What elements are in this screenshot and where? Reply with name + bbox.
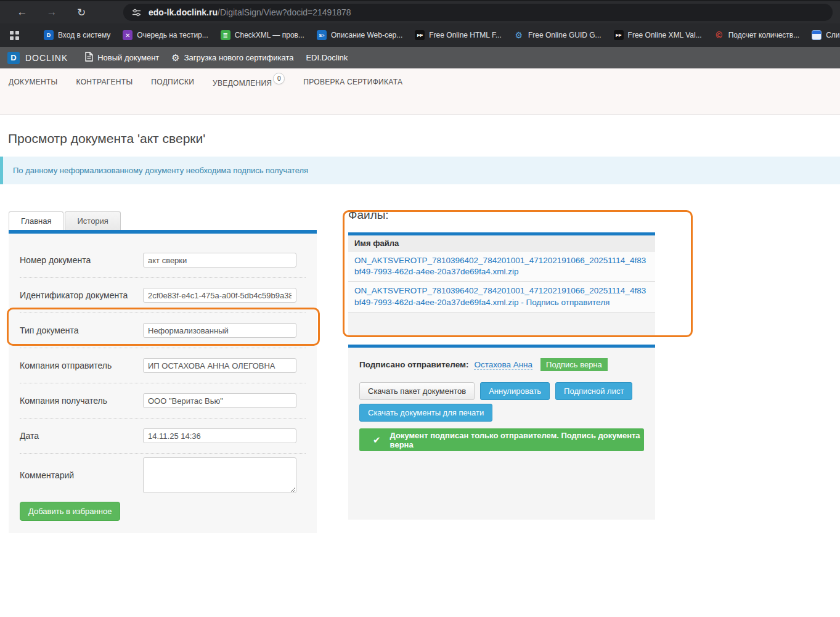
comment-textarea[interactable] bbox=[143, 457, 296, 493]
sender-company-input[interactable] bbox=[143, 358, 296, 373]
signed-by-label: Подписано отправителем: bbox=[359, 360, 468, 369]
document-form-panel: Главная История Номер документа Идентифи… bbox=[9, 211, 317, 533]
field-row-date: Дата bbox=[9, 419, 317, 453]
site-settings-icon[interactable] bbox=[132, 8, 141, 17]
signature-status-alert: ✔ Документ подписан только отправителем.… bbox=[359, 428, 644, 451]
field-label: Комментарий bbox=[20, 470, 143, 480]
file-link-signature[interactable]: ON_AKTSVEROTP_7810396402_784201001_47120… bbox=[354, 285, 649, 308]
signature-panel: Подписано отправителем: Остахова Анна По… bbox=[348, 345, 655, 520]
signature-valid-badge: Подпись верна bbox=[540, 358, 608, 371]
page-title: Просмотр документа 'акт сверки' bbox=[8, 131, 205, 146]
file-row: ON_AKTSVEROTP_7810396402_784201001_47120… bbox=[348, 251, 655, 282]
bookmarks-bar: D Вход в систему ✕ Очередь на тестир... … bbox=[0, 23, 840, 47]
brand-name[interactable]: DOCLINK bbox=[25, 53, 68, 63]
date-input[interactable] bbox=[143, 428, 296, 443]
gears-favicon: ⚙ bbox=[514, 30, 524, 40]
page-url: edo-lk.doclink.ru/DigitalSign/View?docid… bbox=[149, 7, 351, 17]
reload-icon[interactable]: ↻ bbox=[74, 6, 89, 19]
bookmark-html-formatter[interactable]: FF Free Online HTML F... bbox=[415, 30, 502, 40]
sign-sheet-button[interactable]: Подписной лист bbox=[555, 382, 632, 400]
form-body: Номер документа Идентификатор документа … bbox=[9, 234, 317, 533]
files-panel-filler bbox=[348, 313, 655, 336]
receiver-company-input[interactable] bbox=[143, 393, 296, 408]
window-favicon bbox=[812, 30, 822, 40]
notifications-badge: 0 bbox=[273, 73, 285, 84]
bookmark-xml-validator[interactable]: FF Free Online XML Val... bbox=[614, 30, 702, 40]
signer-link[interactable]: Остахова Анна bbox=[474, 360, 532, 370]
gear-icon: ⚙ bbox=[171, 53, 179, 62]
add-to-favorites-button[interactable]: Добавить в избранное bbox=[20, 502, 120, 521]
field-row-comment: Комментарий bbox=[9, 454, 317, 497]
field-label: Идентификатор документа bbox=[20, 290, 143, 300]
browser-toolbar: ← → ↻ edo-lk.doclink.ru/DigitalSign/View… bbox=[0, 0, 840, 23]
ff-favicon: FF bbox=[415, 30, 425, 40]
download-print-button[interactable]: Скачать документы для печати bbox=[359, 404, 492, 422]
files-column-header: Имя файла bbox=[348, 235, 655, 251]
field-row-receiver-company: Компания получатель bbox=[9, 383, 317, 418]
ff-favicon: FF bbox=[614, 30, 624, 40]
upload-certificate-button[interactable]: ⚙ Загрузка нового сертификата bbox=[171, 53, 293, 62]
app-navbar: D DOCLINK Новый документ ⚙ Загрузка ново… bbox=[0, 47, 840, 68]
tab-history[interactable]: История bbox=[65, 211, 120, 230]
menu-certificate-check[interactable]: ПРОВЕРКА СЕРТИФИКАТА bbox=[303, 78, 402, 86]
field-label: Компания получатель bbox=[20, 396, 143, 406]
edi-doclink-link[interactable]: EDI.Doclink bbox=[306, 53, 348, 62]
signature-status-text: Документ подписан только отправителем. П… bbox=[390, 431, 644, 449]
bookmark-char-count[interactable]: © Подсчет количеств... bbox=[714, 30, 800, 40]
back-icon[interactable]: ← bbox=[15, 6, 30, 18]
doclink-favicon: D bbox=[44, 30, 54, 40]
page-content: Просмотр документа 'акт сверки' По данно… bbox=[0, 115, 840, 617]
bookmark-too-long[interactable]: Слишком длинн bbox=[812, 30, 840, 40]
document-id-input[interactable] bbox=[143, 288, 296, 303]
screen: ← → ↻ edo-lk.doclink.ru/DigitalSign/View… bbox=[0, 0, 840, 617]
tab-main[interactable]: Главная bbox=[9, 211, 63, 230]
field-row-document-number: Номер документа bbox=[9, 243, 317, 277]
forward-icon[interactable]: → bbox=[44, 6, 59, 18]
download-package-button[interactable]: Скачать пакет документов bbox=[359, 382, 475, 400]
copyright-favicon: © bbox=[714, 30, 724, 40]
devops-favicon: ✕ bbox=[123, 30, 133, 40]
bookmark-webservice-desc[interactable]: S> Описание Web-сер... bbox=[317, 30, 402, 40]
bookmark-test-queue[interactable]: ✕ Очередь на тестир... bbox=[123, 30, 208, 40]
apps-grid-icon[interactable] bbox=[10, 31, 19, 40]
file-row: ON_AKTSVEROTP_7810396402_784201001_47120… bbox=[348, 282, 655, 312]
new-document-button[interactable]: Новый документ bbox=[85, 52, 159, 63]
document-type-input[interactable] bbox=[143, 323, 296, 338]
file-link[interactable]: ON_AKTSVEROTP_7810396402_784201001_47120… bbox=[354, 255, 649, 277]
menu-documents[interactable]: ДОКУМЕНТЫ bbox=[9, 78, 58, 86]
doclink-logo[interactable]: D bbox=[7, 52, 20, 64]
checkxml-favicon: ≣ bbox=[221, 30, 230, 40]
menu-subscriptions[interactable]: ПОДПИСКИ bbox=[151, 78, 194, 86]
bookmark-checkxml[interactable]: ≣ CheckXML — пров... bbox=[221, 30, 304, 40]
document-number-input[interactable] bbox=[143, 253, 296, 268]
field-row-sender-company: Компания отправитель bbox=[9, 348, 317, 383]
field-label: Номер документа bbox=[20, 255, 143, 265]
annul-button[interactable]: Аннулировать bbox=[480, 382, 550, 400]
menu-notifications[interactable]: УВЕДОМЛЕНИЯ0 bbox=[213, 78, 285, 89]
checkmark-icon: ✔ bbox=[373, 435, 381, 446]
main-menu: ДОКУМЕНТЫ КОНТРАГЕНТЫ ПОДПИСКИ УВЕДОМЛЕН… bbox=[0, 68, 840, 115]
field-row-document-type: Тип документа bbox=[9, 313, 317, 348]
field-label: Компания отправитель bbox=[20, 361, 143, 370]
menu-counterparties[interactable]: КОНТРАГЕНТЫ bbox=[76, 78, 133, 86]
files-panel: Имя файла ON_AKTSVEROTP_7810396402_78420… bbox=[348, 232, 655, 336]
info-banner-text: По данному неформализованному документу … bbox=[13, 166, 308, 175]
files-heading: Файлы: bbox=[348, 208, 389, 222]
address-bar[interactable]: edo-lk.doclink.ru/DigitalSign/View?docid… bbox=[123, 4, 833, 21]
tabs: Главная История bbox=[9, 211, 317, 230]
bookmark-doclink-login[interactable]: D Вход в систему bbox=[44, 30, 110, 40]
bookmark-guid-generator[interactable]: ⚙ Free Online GUID G... bbox=[514, 30, 601, 40]
field-label: Дата bbox=[20, 431, 143, 441]
sharepoint-favicon: S> bbox=[317, 30, 327, 40]
document-icon bbox=[85, 52, 93, 63]
field-label: Тип документа bbox=[20, 325, 143, 335]
field-row-document-id: Идентификатор документа bbox=[9, 278, 317, 313]
info-banner: По данному неформализованному документу … bbox=[0, 157, 840, 184]
